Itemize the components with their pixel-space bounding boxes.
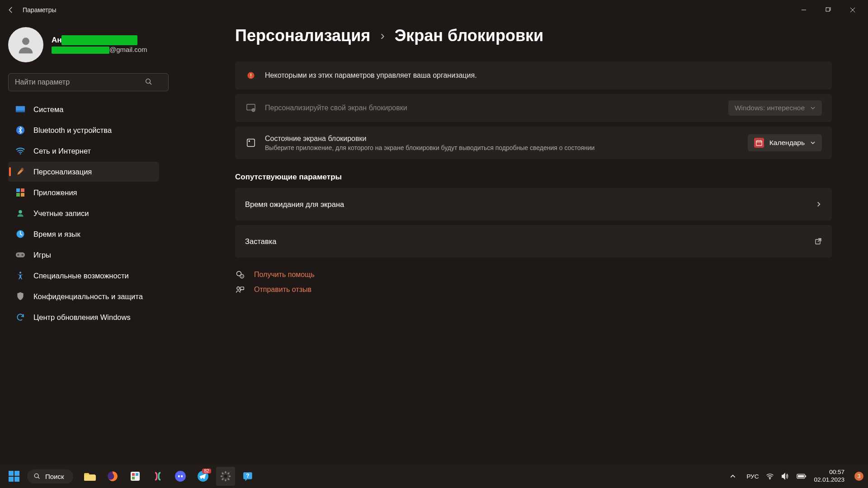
search-box[interactable]: [8, 73, 159, 91]
battery-icon[interactable]: [797, 473, 807, 479]
update-icon: [15, 312, 25, 322]
taskbar-settings[interactable]: [216, 467, 235, 486]
svg-point-49: [175, 471, 186, 482]
arrow-left-icon: [7, 6, 15, 14]
nav-gaming[interactable]: Игры: [8, 245, 159, 265]
nav-privacy[interactable]: Конфиденциальность и защита: [8, 286, 159, 306]
nav-bluetooth[interactable]: Bluetooth и устройства: [8, 120, 159, 140]
nav-accounts[interactable]: Учетные записи: [8, 203, 159, 223]
apps-icon: [15, 188, 25, 197]
nav-windows-update[interactable]: Центр обновления Windows: [8, 307, 159, 327]
gear-icon: [220, 471, 231, 482]
chevron-right-icon: ›: [380, 28, 384, 43]
windows-logo-icon: [9, 471, 19, 482]
svg-rect-24: [250, 74, 251, 76]
svg-rect-47: [136, 473, 138, 476]
nav-network[interactable]: Сеть и Интернет: [8, 141, 159, 161]
firefox-icon: [107, 470, 118, 482]
close-button[interactable]: [846, 4, 859, 16]
app-icon: [152, 471, 163, 482]
nav-label: Персонализация: [33, 168, 92, 176]
tray-expand[interactable]: [726, 467, 739, 486]
minimize-icon: [801, 7, 807, 13]
calendar-icon: [754, 138, 764, 148]
svg-point-20: [17, 254, 19, 256]
language-indicator[interactable]: РУС: [746, 473, 759, 480]
help-label: Получить помощь: [254, 271, 315, 279]
notification-badge[interactable]: 3: [854, 472, 863, 481]
nav-label: Учетные записи: [33, 209, 89, 218]
get-help-link[interactable]: ? Получить помощь: [235, 270, 832, 279]
svg-rect-40: [241, 287, 244, 290]
maximize-button[interactable]: [822, 4, 835, 16]
wifi-icon[interactable]: [766, 473, 774, 479]
svg-rect-43: [84, 475, 96, 481]
nav-system[interactable]: Система: [8, 99, 159, 119]
svg-point-27: [252, 108, 255, 111]
nav-accessibility[interactable]: Специальные возможности: [8, 266, 159, 286]
svg-line-42: [38, 477, 39, 479]
gamepad-icon: [15, 250, 25, 260]
nav-time-language[interactable]: Время и язык: [8, 224, 159, 244]
redaction-bar: [52, 47, 109, 54]
chevron-right-icon: [816, 201, 822, 207]
svg-text:?: ?: [241, 275, 243, 278]
folder-icon: [84, 471, 96, 481]
screen-timeout-link[interactable]: Время ожидания для экрана: [235, 188, 832, 221]
svg-rect-12: [16, 188, 20, 192]
redaction-bar: [61, 35, 137, 45]
taskbar-firefox[interactable]: [103, 467, 122, 486]
breadcrumb-current: Экран блокировки: [395, 26, 544, 45]
svg-rect-19: [16, 253, 25, 258]
status-app-dropdown[interactable]: Календарь: [748, 134, 822, 151]
back-button[interactable]: [4, 3, 18, 17]
nav-label: Игры: [33, 251, 51, 259]
svg-rect-13: [21, 188, 24, 192]
nav-apps[interactable]: Приложения: [8, 183, 159, 202]
status-title: Состояние экрана блокировки: [265, 135, 748, 143]
minimize-button[interactable]: [797, 4, 810, 16]
svg-point-4: [22, 38, 29, 45]
svg-point-64: [769, 478, 770, 479]
feedback-link[interactable]: Отправить отзыв: [235, 286, 832, 294]
volume-icon[interactable]: [781, 473, 789, 480]
svg-rect-8: [16, 111, 25, 113]
svg-point-51: [181, 475, 183, 478]
nav-personalization[interactable]: Персонализация: [8, 162, 159, 182]
svg-point-21: [21, 254, 24, 256]
svg-rect-15: [21, 193, 24, 197]
link-label: Заставка: [245, 237, 815, 246]
display-icon: [15, 104, 25, 114]
svg-rect-14: [16, 193, 20, 197]
paintbrush-icon: [15, 167, 25, 177]
app-icon: [245, 138, 257, 148]
taskbar-app-2[interactable]: [148, 467, 167, 486]
globe-clock-icon: [15, 229, 25, 239]
taskbar-explorer[interactable]: [80, 467, 99, 486]
taskbar-discord[interactable]: [171, 467, 190, 486]
taskbar-app-1[interactable]: [126, 467, 145, 486]
search-icon: [33, 473, 41, 480]
org-managed-warning: Некоторыми из этих параметров управляет …: [235, 61, 832, 89]
taskbar-search[interactable]: Поиск: [27, 469, 73, 483]
svg-point-39: [237, 287, 240, 290]
svg-point-50: [178, 475, 179, 478]
chevron-up-icon: [730, 473, 736, 479]
screensaver-link[interactable]: Заставка: [235, 225, 832, 258]
profile-block[interactable]: Ан @gmail.com: [8, 24, 159, 70]
account-icon: [15, 208, 25, 218]
taskbar-clock[interactable]: 00:57 02.01.2023: [814, 469, 844, 484]
search-label: Поиск: [45, 473, 64, 480]
chevron-down-icon: [810, 105, 816, 111]
taskbar-telegram[interactable]: 82: [193, 467, 212, 486]
start-button[interactable]: [5, 467, 24, 486]
link-label: Время ожидания для экрана: [245, 200, 816, 209]
svg-rect-25: [250, 77, 251, 78]
breadcrumb-parent[interactable]: Персонализация: [235, 26, 370, 45]
warning-text: Некоторыми из этих параметров управляет …: [265, 71, 822, 80]
personalize-dropdown: Windows: интересное: [728, 100, 822, 116]
profile-email-suffix: @gmail.com: [109, 46, 147, 53]
taskbar-help[interactable]: ?: [239, 467, 258, 486]
svg-rect-31: [756, 141, 762, 146]
related-heading: Сопутствующие параметры: [235, 173, 832, 182]
